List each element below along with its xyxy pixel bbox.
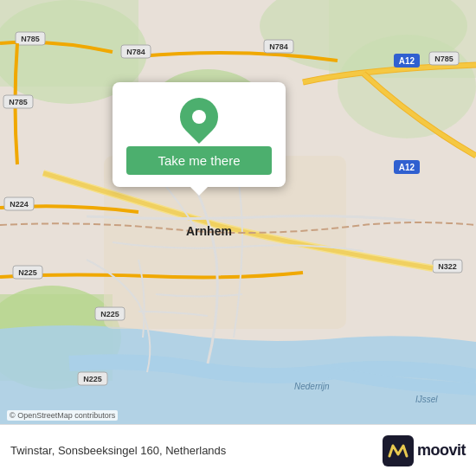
svg-text:N784: N784 bbox=[269, 42, 288, 51]
moovit-logo: moovit bbox=[383, 435, 466, 466]
svg-text:N225: N225 bbox=[100, 310, 119, 318]
svg-text:N322: N322 bbox=[438, 262, 457, 271]
svg-text:N784: N784 bbox=[126, 48, 145, 56]
location-pin-icon bbox=[172, 90, 226, 144]
svg-text:N785: N785 bbox=[9, 98, 28, 106]
popup-card: Take me there bbox=[113, 82, 286, 187]
svg-text:A12: A12 bbox=[399, 163, 415, 172]
map-svg: A12 A12 N784 N784 N785 N785 N785 N224 N2… bbox=[0, 0, 476, 424]
svg-text:N225: N225 bbox=[83, 375, 102, 383]
take-me-there-button[interactable]: Take me there bbox=[126, 146, 272, 175]
bottom-bar: Twinstar, Sonsbeeksingel 160, Netherland… bbox=[0, 424, 476, 476]
map-container[interactable]: A12 A12 N784 N784 N785 N785 N785 N224 N2… bbox=[0, 0, 476, 424]
svg-text:N224: N224 bbox=[10, 200, 29, 209]
svg-text:N225: N225 bbox=[18, 268, 37, 277]
svg-text:Arnhem: Arnhem bbox=[186, 224, 232, 238]
svg-text:Nederrijn: Nederrijn bbox=[294, 382, 330, 391]
moovit-text-label: moovit bbox=[417, 441, 466, 460]
address-label: Twinstar, Sonsbeeksingel 160, Netherland… bbox=[10, 444, 383, 457]
moovit-icon bbox=[383, 435, 414, 466]
svg-text:A12: A12 bbox=[399, 56, 415, 66]
svg-text:IJssel: IJssel bbox=[415, 395, 438, 404]
osm-credit: © OpenStreetMap contributors bbox=[7, 410, 118, 421]
svg-text:N785: N785 bbox=[21, 35, 40, 43]
svg-text:N785: N785 bbox=[434, 55, 453, 63]
